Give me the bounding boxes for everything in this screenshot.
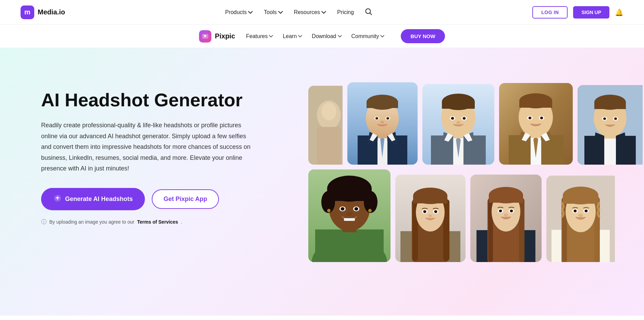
login-button[interactable]: LOG IN <box>532 6 568 19</box>
nav-pricing[interactable]: Pricing <box>337 9 354 15</box>
image-row-2 <box>308 169 603 262</box>
hero-section: AI Headshot Generator Readily create pro… <box>0 48 644 316</box>
subnav-community[interactable]: Community <box>351 33 385 39</box>
info-icon: ⓘ <box>41 218 47 226</box>
chevron-down-icon <box>321 10 326 15</box>
logo-icon: m <box>21 5 34 19</box>
terms-note: ⓘ By uploading an image you agree to our… <box>41 218 295 226</box>
top-nav-links: Products Tools Resources Pricing <box>225 8 372 17</box>
signup-button[interactable]: SIGN UP <box>573 6 609 19</box>
svg-point-138 <box>574 210 577 212</box>
chevron-down-icon <box>248 10 253 15</box>
svg-point-37 <box>463 117 466 120</box>
svg-point-108 <box>434 210 437 213</box>
svg-point-85 <box>365 191 373 201</box>
nav-resources[interactable]: Resources <box>294 9 326 15</box>
pixpic-logo-name: Pixpic <box>215 32 235 40</box>
svg-point-53 <box>529 117 532 119</box>
headshot-image-4 <box>499 83 573 165</box>
headshot-image-9 <box>546 176 615 262</box>
svg-rect-8 <box>317 127 341 165</box>
svg-point-68 <box>603 118 606 120</box>
terms-of-services-link[interactable]: Terms of Services <box>137 219 178 225</box>
get-pixpic-app-button[interactable]: Get Pixpic App <box>152 189 219 209</box>
svg-point-19 <box>375 117 378 120</box>
svg-point-124 <box>510 210 513 212</box>
svg-point-107 <box>423 210 426 213</box>
nav-products[interactable]: Products <box>225 9 253 15</box>
svg-rect-50 <box>519 100 552 108</box>
top-nav-actions: LOG IN SIGN UP 🔔 <box>532 6 623 19</box>
svg-rect-4 <box>203 35 205 35</box>
sub-navigation: Pixpic Features Learn Download Community… <box>0 25 644 48</box>
headshot-image-3 <box>422 84 494 165</box>
svg-point-69 <box>614 118 617 120</box>
svg-rect-16 <box>367 101 398 108</box>
headshot-image-8 <box>470 175 542 262</box>
subnav-download[interactable]: Download <box>312 33 342 39</box>
pixpic-logo[interactable]: Pixpic <box>199 30 235 43</box>
svg-rect-104 <box>413 195 447 203</box>
svg-point-20 <box>386 117 389 120</box>
svg-point-93 <box>368 209 372 212</box>
svg-rect-33 <box>442 101 475 109</box>
svg-point-36 <box>451 117 454 120</box>
svg-point-21 <box>380 121 384 123</box>
headshot-image-5 <box>578 85 643 165</box>
buy-now-button[interactable]: BUY NOW <box>401 29 445 43</box>
chevron-down-icon <box>338 35 342 38</box>
hero-title: AI Headshot Generator <box>41 89 295 110</box>
svg-point-92 <box>327 209 331 212</box>
chevron-down-icon <box>380 35 384 38</box>
headshot-image-2 <box>347 82 418 165</box>
svg-point-7 <box>321 103 336 120</box>
svg-point-109 <box>428 214 432 217</box>
notification-bell-icon[interactable]: 🔔 <box>615 8 623 16</box>
svg-rect-135 <box>563 195 598 204</box>
headshot-image-6 <box>308 169 391 262</box>
svg-point-140 <box>578 214 583 217</box>
logo-name: Media.io <box>38 8 65 16</box>
svg-line-1 <box>370 13 372 15</box>
search-icon[interactable] <box>365 8 372 17</box>
headshot-image-7 <box>395 175 466 262</box>
image-row-1 <box>308 82 603 165</box>
svg-rect-74 <box>315 229 384 262</box>
svg-rect-61 <box>604 136 616 165</box>
hero-description: Readily create professional-quality & li… <box>41 120 253 174</box>
chevron-down-icon <box>278 10 283 15</box>
svg-point-81 <box>325 191 334 201</box>
svg-point-88 <box>341 207 345 211</box>
svg-point-91 <box>346 212 352 216</box>
chevron-down-icon <box>269 35 273 38</box>
upload-icon <box>53 194 62 204</box>
hero-content: AI Headshot Generator Readily create pro… <box>41 75 295 226</box>
subnav-features[interactable]: Features <box>246 33 273 39</box>
svg-point-125 <box>504 214 508 216</box>
svg-point-139 <box>585 210 588 212</box>
subnav-learn[interactable]: Learn <box>283 33 302 39</box>
svg-rect-120 <box>489 194 523 203</box>
svg-point-38 <box>456 121 460 124</box>
media-io-logo[interactable]: m Media.io <box>21 5 65 19</box>
hero-image-grid <box>295 75 603 262</box>
chevron-down-icon <box>298 35 302 38</box>
sub-nav-links: Features Learn Download Community <box>246 33 384 39</box>
svg-rect-90 <box>344 218 355 221</box>
generate-headshots-button[interactable]: Generate AI Headshots <box>41 188 145 210</box>
nav-tools[interactable]: Tools <box>264 9 283 15</box>
svg-point-3 <box>204 35 206 37</box>
top-navigation: m Media.io Products Tools Resources Pric… <box>0 0 644 25</box>
svg-point-82 <box>334 187 343 195</box>
svg-rect-65 <box>594 102 626 109</box>
svg-point-84 <box>356 187 365 195</box>
svg-point-83 <box>344 184 355 193</box>
hero-actions: Generate AI Headshots Get Pixpic App <box>41 188 295 210</box>
svg-point-123 <box>499 210 502 212</box>
headshot-image-1 <box>308 86 343 165</box>
pixpic-logo-icon <box>199 30 211 43</box>
svg-point-89 <box>355 207 358 211</box>
svg-point-54 <box>540 117 543 119</box>
